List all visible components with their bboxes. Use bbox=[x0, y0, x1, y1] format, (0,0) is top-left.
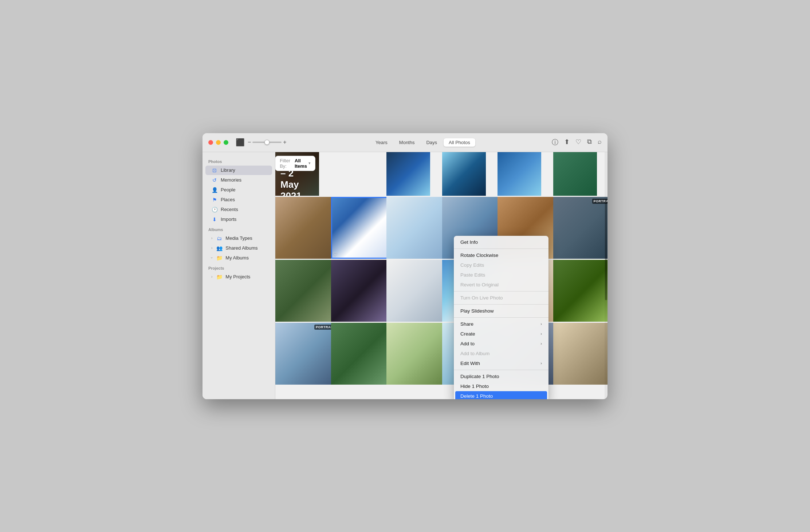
delete-label: Delete 1 Photo bbox=[460, 393, 493, 399]
content-area: 11 Apr – 2 May 2021 Sharm el-Sheikh · Ha… bbox=[275, 152, 608, 399]
photo-cell[interactable] bbox=[275, 260, 337, 322]
imports-icon: ⬇ bbox=[211, 217, 218, 222]
context-live-photo: Turn On Live Photo bbox=[455, 293, 547, 303]
zoom-thumb[interactable] bbox=[264, 140, 270, 145]
photo-cell[interactable] bbox=[331, 323, 393, 385]
view-days-button[interactable]: Days bbox=[421, 138, 442, 147]
sidebar-item-places[interactable]: ⚑ Places bbox=[205, 195, 272, 205]
photos-window: ⬛ − + Years Months Days All Photos ⓘ ⬆ ♡… bbox=[202, 133, 608, 399]
view-all-photos-button[interactable]: All Photos bbox=[444, 138, 475, 147]
context-create[interactable]: Create › bbox=[455, 329, 547, 339]
minimize-button[interactable] bbox=[216, 140, 221, 145]
media-types-icon: 🗂 bbox=[216, 235, 223, 241]
chevron-right-icon: › bbox=[211, 236, 212, 240]
sidebar-item-library[interactable]: ⊡ Library bbox=[205, 166, 272, 175]
paste-edits-label: Paste Edits bbox=[460, 272, 485, 278]
zoom-plus-label[interactable]: + bbox=[283, 139, 286, 146]
context-edit-with[interactable]: Edit With › bbox=[455, 358, 547, 368]
copy-edits-label: Copy Edits bbox=[460, 262, 484, 268]
search-icon[interactable]: ⌕ bbox=[598, 138, 602, 147]
photo-cell[interactable]: PORTRAIT bbox=[553, 197, 608, 259]
people-icon: 👤 bbox=[211, 187, 218, 193]
sidebar-imports-label: Imports bbox=[221, 217, 236, 222]
photo-cell[interactable] bbox=[442, 152, 486, 196]
chevron-right-icon-2: › bbox=[211, 246, 212, 250]
context-get-info[interactable]: Get Info bbox=[455, 237, 547, 247]
photo-row-2: ♡ PORTRAIT bbox=[275, 197, 608, 259]
context-duplicate[interactable]: Duplicate 1 Photo bbox=[455, 372, 547, 381]
sidebar-recents-label: Recents bbox=[221, 207, 238, 212]
context-separator-4 bbox=[454, 317, 548, 318]
sidebar-item-my-albums[interactable]: › 📁 My Albums bbox=[205, 253, 272, 263]
photo-cell[interactable] bbox=[386, 197, 448, 259]
create-chevron-icon: › bbox=[540, 331, 542, 336]
context-hide[interactable]: Hide 1 Photo bbox=[455, 381, 547, 391]
context-delete[interactable]: Delete 1 Photo bbox=[455, 391, 547, 399]
sidebar-memories-label: Memories bbox=[221, 177, 241, 183]
grid-container: 11 Apr – 2 May 2021 Sharm el-Sheikh · Ha… bbox=[275, 152, 608, 385]
context-slideshow[interactable]: Play Slideshow bbox=[455, 306, 547, 316]
sidebar-item-imports[interactable]: ⬇ Imports bbox=[205, 215, 272, 224]
photo-cell[interactable]: PORTRAIT bbox=[275, 323, 337, 385]
albums-section-label: Albums bbox=[202, 225, 275, 233]
zoom-control: − + bbox=[248, 139, 287, 146]
add-to-chevron-icon: › bbox=[540, 341, 542, 346]
photo-grid-wrapper: 11 Apr – 2 May 2021 Sharm el-Sheikh · Ha… bbox=[275, 152, 608, 399]
photo-cell[interactable] bbox=[553, 260, 608, 322]
sidebar-item-memories[interactable]: ↺ Memories bbox=[205, 175, 272, 185]
copy-icon[interactable]: ⧉ bbox=[587, 138, 592, 147]
view-years-button[interactable]: Years bbox=[370, 138, 393, 147]
photo-cell[interactable] bbox=[553, 323, 608, 385]
photo-cell[interactable] bbox=[498, 152, 541, 196]
create-label: Create bbox=[460, 331, 475, 337]
sidebar-places-label: Places bbox=[221, 197, 235, 202]
photo-cell[interactable] bbox=[386, 152, 430, 196]
context-add-to[interactable]: Add to › bbox=[455, 339, 547, 349]
share-icon[interactable]: ⬆ bbox=[564, 138, 570, 147]
sidebar-item-my-projects[interactable]: › 📁 My Projects bbox=[205, 272, 272, 282]
sidebar-item-shared-albums[interactable]: › 👥 Shared Albums bbox=[205, 243, 272, 253]
sidebar-library-label: Library bbox=[221, 167, 235, 173]
scrollbar-thumb[interactable] bbox=[605, 201, 607, 300]
sidebar: Photos ⊡ Library ↺ Memories 👤 People ⚑ P… bbox=[202, 152, 275, 399]
titlebar: ⬛ − + Years Months Days All Photos ⓘ ⬆ ♡… bbox=[202, 133, 608, 152]
context-separator-1 bbox=[454, 249, 548, 249]
fullscreen-button[interactable] bbox=[224, 140, 228, 145]
view-months-button[interactable]: Months bbox=[394, 138, 420, 147]
recents-icon: 🕐 bbox=[211, 207, 218, 213]
context-add-to-album: Add to Album bbox=[455, 349, 547, 358]
sidebar-media-types-label: Media Types bbox=[225, 235, 252, 241]
photo-cell-selected[interactable]: ♡ bbox=[331, 197, 393, 259]
my-albums-icon: 📁 bbox=[216, 255, 223, 261]
photo-cell[interactable] bbox=[386, 260, 448, 322]
photo-cell[interactable] bbox=[275, 197, 337, 259]
photo-cell[interactable]: 11 Apr – 2 May 2021 Sharm el-Sheikh · Ha… bbox=[275, 152, 319, 196]
share-chevron-icon: › bbox=[540, 322, 542, 326]
slideshow-icon[interactable]: ⬛ bbox=[236, 138, 245, 147]
photo-cell[interactable] bbox=[553, 152, 597, 196]
context-rotate[interactable]: Rotate Clockwise bbox=[455, 250, 547, 260]
projects-section-label: Projects bbox=[202, 263, 275, 272]
context-share[interactable]: Share › bbox=[455, 319, 547, 329]
photo-cell[interactable] bbox=[386, 323, 448, 385]
library-icon: ⊡ bbox=[211, 167, 218, 173]
edit-with-chevron-icon: › bbox=[540, 361, 542, 365]
close-button[interactable] bbox=[208, 140, 213, 145]
memories-icon: ↺ bbox=[211, 177, 218, 183]
zoom-slider[interactable] bbox=[252, 142, 282, 143]
filter-button[interactable]: Filter By: All Items ▾ bbox=[275, 156, 315, 171]
sidebar-item-recents[interactable]: 🕐 Recents bbox=[205, 205, 272, 214]
filter-label: Filter By: bbox=[280, 158, 291, 169]
zoom-minus-label[interactable]: − bbox=[248, 139, 251, 146]
photo-cell[interactable] bbox=[331, 260, 393, 322]
sidebar-item-people[interactable]: 👤 People bbox=[205, 185, 272, 195]
add-to-album-label: Add to Album bbox=[460, 351, 489, 356]
sidebar-my-albums-label: My Albums bbox=[225, 255, 249, 261]
my-projects-icon: 📁 bbox=[216, 274, 223, 280]
view-selector: Years Months Days All Photos bbox=[294, 138, 552, 147]
info-icon[interactable]: ⓘ bbox=[552, 138, 558, 147]
sidebar-item-media-types[interactable]: › 🗂 Media Types bbox=[205, 234, 272, 243]
favorite-icon[interactable]: ♡ bbox=[575, 138, 581, 147]
sidebar-my-projects-label: My Projects bbox=[225, 274, 250, 279]
scrollbar-track[interactable] bbox=[605, 152, 608, 399]
